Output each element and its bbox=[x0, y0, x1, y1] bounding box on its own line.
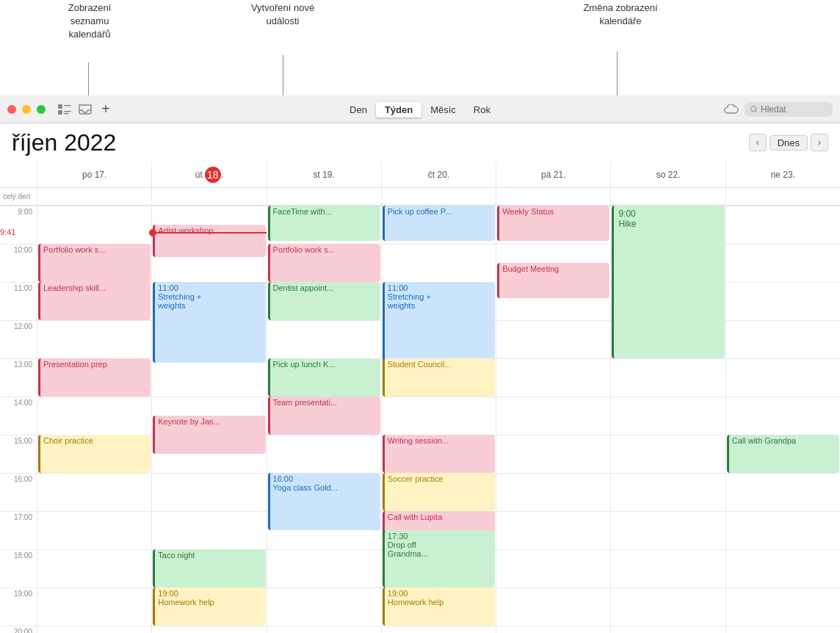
event-item[interactable]: Call with Grandpa bbox=[727, 435, 839, 473]
hour-line bbox=[726, 587, 840, 626]
time-grid: 9:0010:0011:0012:0013:0014:0015:0016:001… bbox=[0, 206, 840, 633]
time-label-1600: 16:00 bbox=[0, 473, 37, 511]
hour-line bbox=[37, 626, 151, 633]
next-button[interactable]: › bbox=[811, 134, 828, 151]
event-item[interactable]: Pick up coffee P... bbox=[383, 206, 495, 241]
day-col-fri[interactable]: Weekly StatusBudget Meeting bbox=[496, 206, 610, 633]
hour-line bbox=[37, 320, 151, 358]
event-item[interactable]: Student Council... bbox=[383, 358, 495, 397]
event-item[interactable]: Team presentati... bbox=[268, 397, 380, 435]
event-item[interactable]: Weekly Status bbox=[497, 206, 609, 241]
search-bar[interactable] bbox=[745, 102, 833, 117]
event-item[interactable]: Keynote by Jas... bbox=[153, 416, 265, 454]
day-col-tue[interactable]: Artist workshop...11:00 Stretching + wei… bbox=[151, 206, 266, 633]
time-label-1400: 14:00 bbox=[0, 397, 37, 435]
day-col-sat[interactable]: 9:00 Hike bbox=[610, 206, 725, 633]
svg-rect-3 bbox=[64, 111, 71, 112]
calendar-header: říjen 2022 ‹ Dnes › bbox=[0, 123, 840, 162]
event-item[interactable]: 11:00 Stretching + weights bbox=[153, 282, 265, 363]
view-year-button[interactable]: Rok bbox=[465, 102, 499, 117]
event-item[interactable]: Taco night bbox=[153, 549, 265, 587]
calendar-list-icon[interactable] bbox=[57, 103, 72, 116]
event-item[interactable]: 19:00 Homework help bbox=[383, 587, 495, 626]
event-item[interactable]: 16:00 Yoga class Gold... bbox=[268, 473, 380, 530]
event-item[interactable]: Artist workshop... bbox=[153, 225, 265, 257]
hour-line bbox=[382, 397, 496, 435]
allday-tue bbox=[151, 188, 266, 205]
day-col-mon[interactable]: Portfolio work s...Leadership skill...Pr… bbox=[37, 206, 151, 633]
day-header-thu: čt 20. bbox=[381, 162, 496, 187]
day-header-wed: st 19. bbox=[267, 162, 381, 187]
today-button[interactable]: Dnes bbox=[770, 135, 808, 151]
days-header: po 17. út 18 . st 19. čt 20. pá 21. so 2… bbox=[0, 162, 840, 188]
hour-line bbox=[611, 626, 725, 633]
hour-line bbox=[496, 511, 610, 549]
hour-line bbox=[267, 320, 381, 358]
day-header-mon: po 17. bbox=[37, 162, 151, 187]
prev-button[interactable]: ‹ bbox=[749, 134, 767, 151]
allday-thu bbox=[381, 188, 496, 205]
hour-line bbox=[37, 397, 151, 435]
event-item[interactable]: Leadership skill... bbox=[38, 282, 151, 320]
hour-line bbox=[267, 587, 381, 626]
event-item[interactable]: 17:30 Drop off Grandma... bbox=[383, 530, 495, 587]
add-event-icon[interactable]: + bbox=[98, 103, 113, 116]
minimize-button[interactable] bbox=[22, 105, 31, 114]
event-item[interactable]: 11:00 Stretching + weights bbox=[383, 282, 495, 363]
hour-line bbox=[37, 511, 151, 549]
day-col-sun[interactable]: Call with Grandpa bbox=[725, 206, 840, 633]
event-item[interactable]: Dentist appoint... bbox=[268, 282, 380, 320]
time-label-1000: 10:00 bbox=[0, 244, 37, 282]
close-button[interactable] bbox=[7, 105, 16, 114]
toolbar-right bbox=[724, 95, 833, 123]
event-item[interactable]: Writing session... bbox=[383, 435, 495, 473]
time-label-1800: 18:00 bbox=[0, 549, 37, 587]
time-label-1500: 15:00 bbox=[0, 435, 37, 473]
hour-line bbox=[496, 435, 610, 473]
view-day-button[interactable]: Den bbox=[341, 102, 376, 117]
hour-line bbox=[611, 435, 725, 473]
hour-line bbox=[726, 206, 840, 244]
event-item[interactable]: Portfolio work s... bbox=[268, 244, 380, 282]
hour-line bbox=[496, 358, 610, 397]
day-col-thu[interactable]: Pick up coffee P...11:00 Stretching + we… bbox=[381, 206, 496, 633]
hour-line bbox=[37, 549, 151, 587]
day-header-fri: pá 21. bbox=[496, 162, 610, 187]
svg-rect-1 bbox=[64, 105, 71, 106]
annotation-1: Zobrazení seznamu kalendářů bbox=[53, 1, 126, 42]
annotation-2: Vytvoření nové události bbox=[242, 1, 323, 28]
hour-line bbox=[611, 473, 725, 511]
time-label-1100: 11:00 bbox=[0, 282, 37, 320]
icloud-icon[interactable] bbox=[724, 103, 739, 116]
event-item[interactable]: Choir practice bbox=[38, 435, 151, 473]
event-item[interactable]: Pick up lunch K... bbox=[268, 358, 380, 397]
event-item[interactable]: FaceTime with... bbox=[268, 206, 380, 241]
view-week-button[interactable]: Týden bbox=[376, 102, 421, 117]
allday-row: celý den bbox=[0, 188, 840, 206]
calendar-area: říjen 2022 ‹ Dnes › po 17. út 18 . st 19… bbox=[0, 123, 840, 633]
hour-line bbox=[726, 549, 840, 587]
hour-line bbox=[726, 320, 840, 358]
maximize-button[interactable] bbox=[37, 105, 46, 114]
event-item[interactable]: Presentation prep bbox=[38, 358, 151, 397]
time-grid-inner: 9:0010:0011:0012:0013:0014:0015:0016:001… bbox=[0, 206, 840, 633]
event-item[interactable]: Budget Meeting bbox=[497, 263, 609, 298]
hour-line bbox=[726, 397, 840, 435]
search-input[interactable] bbox=[761, 104, 827, 115]
allday-mon bbox=[37, 188, 151, 205]
allday-sat bbox=[610, 188, 725, 205]
hour-line bbox=[726, 473, 840, 511]
event-item[interactable]: 19:00 Homework help bbox=[153, 587, 265, 626]
day-col-wed[interactable]: FaceTime with...Portfolio work s...Denti… bbox=[267, 206, 381, 633]
event-item[interactable]: Soccer practice bbox=[383, 473, 495, 511]
day-header-sun: ne 23. bbox=[725, 162, 840, 187]
inbox-icon[interactable] bbox=[78, 103, 93, 116]
search-icon bbox=[750, 105, 758, 114]
event-hike[interactable]: 9:00 Hike bbox=[612, 206, 724, 358]
hour-line bbox=[726, 282, 840, 320]
time-column: 9:0010:0011:0012:0013:0014:0015:0016:001… bbox=[0, 206, 37, 633]
view-month-button[interactable]: Měsíc bbox=[421, 102, 465, 117]
annotation-line-2 bbox=[283, 55, 283, 99]
event-item[interactable]: Portfolio work s... bbox=[38, 244, 151, 282]
hour-line bbox=[611, 549, 725, 587]
